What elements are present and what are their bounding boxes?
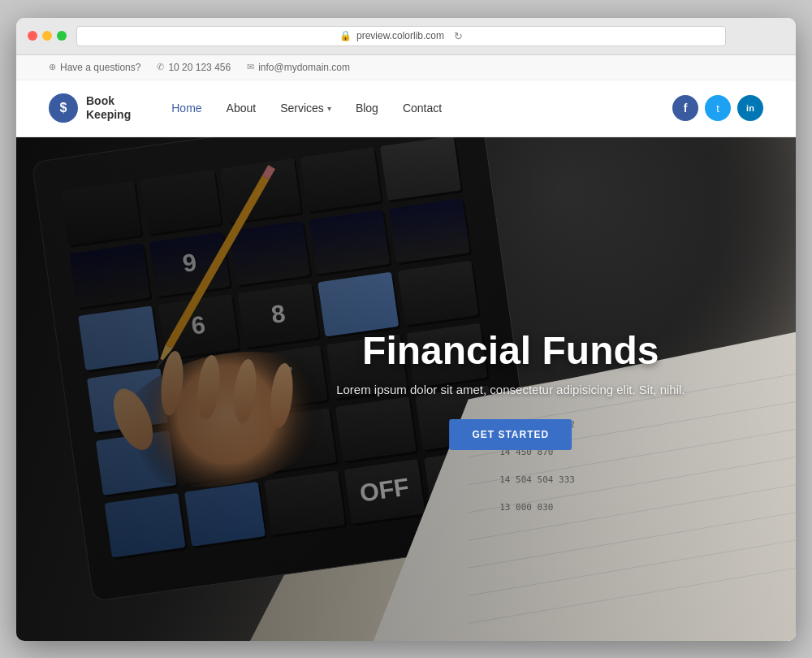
twitter-icon[interactable]: t xyxy=(705,95,731,121)
lock-icon: 🔒 xyxy=(339,30,352,41)
maximize-dot[interactable] xyxy=(57,31,67,41)
browser-window: 🔒 preview.colorlib.com ↻ ⊕ Have a questi… xyxy=(16,18,796,641)
url-text: preview.colorlib.com xyxy=(356,30,444,41)
nav-contact[interactable]: Contact xyxy=(403,102,442,115)
linkedin-icon[interactable]: in xyxy=(737,95,763,121)
nav-about[interactable]: About xyxy=(227,102,257,115)
chevron-down-icon: ▾ xyxy=(327,104,331,113)
hero-subtitle: Lorem ipsum dolor sit amet, consectetur … xyxy=(336,383,685,396)
logo-text: Book Keeping xyxy=(86,94,131,122)
nav-services[interactable]: Services ▾ xyxy=(280,102,331,115)
navbar: $ Book Keeping Home About Services ▾ Blo… xyxy=(16,80,796,137)
logo: $ Book Keeping xyxy=(49,93,131,123)
logo-icon: $ xyxy=(49,93,78,123)
topbar-email: ✉ info@mydomain.com xyxy=(247,62,350,73)
nav-blog[interactable]: Blog xyxy=(356,102,378,115)
hero-content: Financial Funds Lorem ipsum dolor sit am… xyxy=(336,328,685,450)
hero-section: Financial Funds Lorem ipsum dolor sit am… xyxy=(16,137,796,641)
browser-titlebar: 🔒 preview.colorlib.com ↻ xyxy=(16,18,796,55)
top-bar: ⊕ Have a questions? ✆ 10 20 123 456 ✉ in… xyxy=(16,55,796,80)
nav-home[interactable]: Home xyxy=(171,102,201,115)
address-bar[interactable]: 🔒 preview.colorlib.com ↻ xyxy=(76,26,726,46)
get-started-button[interactable]: GET STARTED xyxy=(449,419,572,450)
social-icons: f t in xyxy=(672,95,763,121)
phone-icon: ✆ xyxy=(157,62,164,72)
facebook-icon[interactable]: f xyxy=(672,95,698,121)
hero-title: Financial Funds xyxy=(336,328,685,373)
close-dot[interactable] xyxy=(28,31,37,41)
website-content: ⊕ Have a questions? ✆ 10 20 123 456 ✉ in… xyxy=(16,55,796,641)
minimize-dot[interactable] xyxy=(42,31,52,41)
email-icon: ✉ xyxy=(247,62,254,72)
browser-dots xyxy=(28,31,67,41)
refresh-icon: ↻ xyxy=(454,30,463,42)
question-icon: ⊕ xyxy=(49,62,56,72)
nav-links: Home About Services ▾ Blog Contact xyxy=(171,102,672,115)
topbar-question: ⊕ Have a questions? xyxy=(49,62,140,73)
topbar-phone: ✆ 10 20 123 456 xyxy=(157,62,231,73)
